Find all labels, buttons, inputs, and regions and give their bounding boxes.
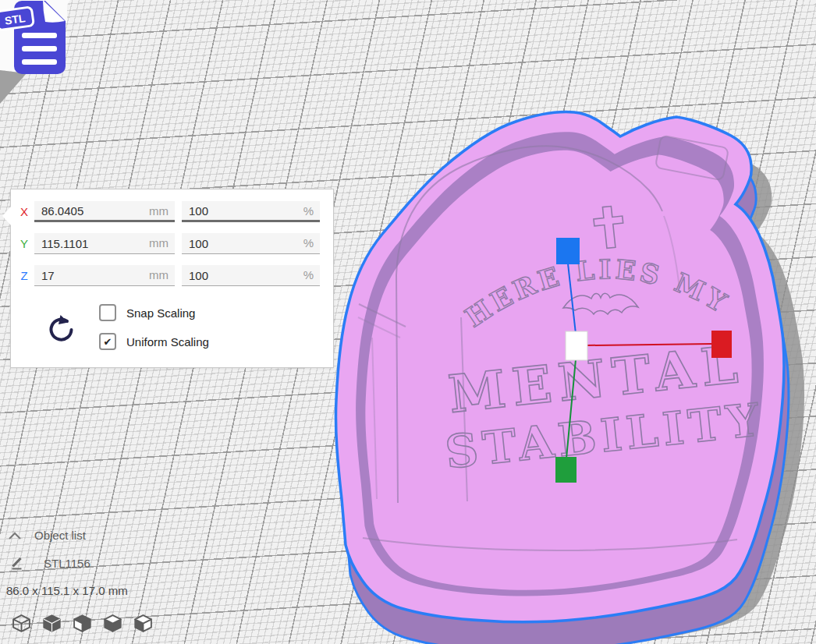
uniform-scaling-option[interactable]: ✔ Uniform Scaling	[99, 333, 209, 350]
cube-front-face-icon[interactable]	[72, 613, 93, 634]
scale-z-percent-field[interactable]: %	[182, 265, 320, 286]
scale-z-percent-input[interactable]	[182, 265, 320, 285]
stl-file-icon: STL	[0, 0, 78, 80]
scale-y-mm-field[interactable]: mm	[34, 233, 175, 254]
scale-z-mm-input[interactable]	[34, 265, 175, 285]
model-3d[interactable]: HERE LIES MY MENTAL STABILITY	[324, 74, 816, 644]
snap-scaling-option[interactable]: Snap Scaling	[99, 304, 195, 321]
scale-row-x: X mm %	[11, 201, 333, 222]
pencil-icon	[9, 555, 25, 571]
chevron-up-icon	[8, 531, 22, 540]
file-line-3	[22, 59, 57, 65]
scale-handle-z[interactable]	[556, 238, 580, 264]
scale-y-percent-input[interactable]	[182, 233, 320, 253]
view-mode-toolbar	[11, 613, 154, 634]
solid-cube-icon[interactable]	[41, 613, 62, 634]
file-line-2	[22, 46, 57, 51]
uniform-scaling-checkbox[interactable]: ✔	[99, 333, 116, 350]
scale-tool-panel: X mm % Y mm % Z mm %	[10, 189, 334, 368]
scale-x-mm-field[interactable]: mm	[34, 201, 175, 222]
object-dimensions: 86.0 x 115.1 x 17.0 mm	[6, 584, 128, 597]
stl-badge: STL	[0, 7, 34, 30]
scale-row-z: Z mm %	[11, 265, 333, 286]
scale-row-y: Y mm %	[11, 233, 333, 254]
object-list-item[interactable]: STL1156	[9, 555, 90, 571]
reset-scale-button[interactable]	[44, 313, 78, 347]
scale-z-mm-field[interactable]: mm	[34, 265, 175, 286]
object-item-name: STL1156	[44, 557, 90, 570]
scale-handle-y[interactable]	[555, 457, 577, 483]
scale-handle-center[interactable]	[566, 331, 587, 360]
file-line-1	[22, 33, 57, 38]
object-list-title: Object list	[34, 529, 86, 542]
axis-label-z: Z	[14, 269, 34, 282]
axis-label-x: X	[14, 205, 34, 218]
snap-scaling-checkbox[interactable]	[99, 304, 116, 321]
scale-handle-x[interactable]	[711, 331, 732, 358]
cube-top-face-icon[interactable]	[102, 613, 123, 634]
scale-x-percent-input[interactable]	[182, 201, 320, 220]
axis-label-y: Y	[14, 237, 34, 250]
reset-counterclockwise-icon	[44, 313, 78, 347]
wireframe-cube-icon[interactable]	[11, 613, 32, 634]
panel-tail	[2, 207, 11, 225]
object-list-header[interactable]: Object list	[8, 529, 86, 542]
scale-y-mm-input[interactable]	[34, 233, 175, 253]
cube-top-right-faces-icon[interactable]	[133, 613, 154, 634]
snap-scaling-label: Snap Scaling	[126, 306, 195, 320]
scale-y-percent-field[interactable]: %	[182, 233, 320, 254]
scale-x-mm-input[interactable]	[34, 201, 175, 220]
uniform-scaling-label: Uniform Scaling	[126, 335, 209, 349]
scale-x-percent-field[interactable]: %	[182, 201, 320, 222]
